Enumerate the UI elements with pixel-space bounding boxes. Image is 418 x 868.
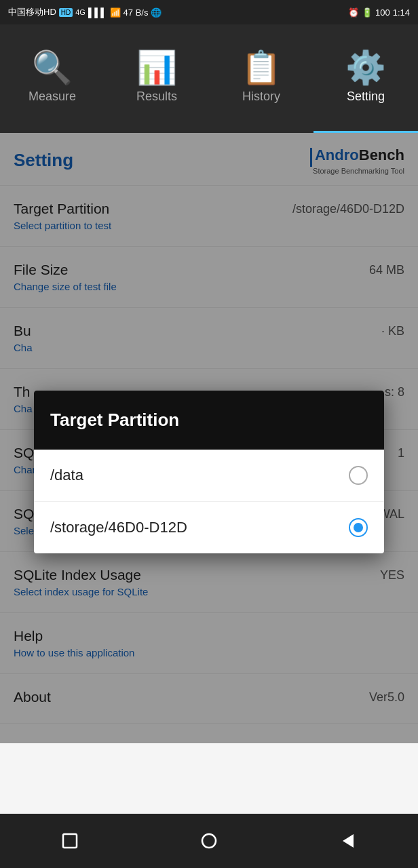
main-content: Setting AndroBench Storage Benchmarking … [0,133,418,743]
setting-icon: ⚙️ [345,52,386,84]
svg-point-1 [202,834,216,848]
tab-measure-label: Measure [28,90,76,104]
tab-results-label: Results [136,90,177,104]
network-type: 4G [75,8,86,16]
bottom-nav [0,814,418,868]
nav-recents-button[interactable] [54,825,86,857]
dialog-option-storage[interactable]: /storage/46D0-D12D [34,502,384,553]
radio-dot-storage [354,523,363,532]
tab-history-label: History [242,90,280,104]
dialog-radio-data[interactable] [349,466,368,485]
dialog-radio-storage[interactable] [349,518,368,537]
speed-text: 47 B/s [124,7,149,18]
dialog-option-data-label: /data [50,467,83,484]
svg-rect-0 [63,834,77,848]
history-icon: 📋 [241,52,282,84]
wifi-icon: 📶 [110,7,121,18]
measure-icon: 🔍 [32,52,73,84]
recents-icon [60,831,79,850]
tab-measure[interactable]: 🔍 Measure [0,24,104,133]
nav-back-button[interactable] [332,825,364,857]
tab-setting-label: Setting [347,90,385,104]
target-partition-dialog: Target Partition /data /storage/46D0-D12… [34,391,384,553]
dialog-option-data[interactable]: /data [34,450,384,502]
carrier-text: 中国移动HD [8,6,56,18]
alarm-icon: ⏰ [348,7,359,18]
svg-marker-2 [343,834,354,848]
time-text: 1:14 [393,7,410,18]
tab-setting[interactable]: ⚙️ Setting [314,24,418,133]
globe-icon: 🌐 [151,7,162,18]
nav-home-button[interactable] [193,825,225,857]
status-bar: 中国移动HD HD 4G ▌▌▌ 📶 47 B/s 🌐 ⏰ 🔋 100 1:14 [0,0,418,24]
dialog-option-storage-label: /storage/46D0-D12D [50,519,187,536]
results-icon: 📊 [136,52,177,84]
status-left: 中国移动HD HD 4G ▌▌▌ 📶 47 B/s 🌐 [8,6,162,18]
status-right: ⏰ 🔋 100 1:14 [348,7,410,18]
signal-icon: ▌▌▌ [88,7,107,18]
tab-results[interactable]: 📊 Results [104,24,209,133]
back-icon [339,831,358,850]
dialog-title: Target Partition [34,391,384,450]
tab-bar: 🔍 Measure 📊 Results 📋 History ⚙️ Setting [0,24,418,133]
battery-icon: 🔋 [362,7,373,18]
tab-history[interactable]: 📋 History [209,24,314,133]
home-icon [200,831,218,850]
battery-level: 100 [375,7,390,18]
network-badge: HD [59,8,73,17]
